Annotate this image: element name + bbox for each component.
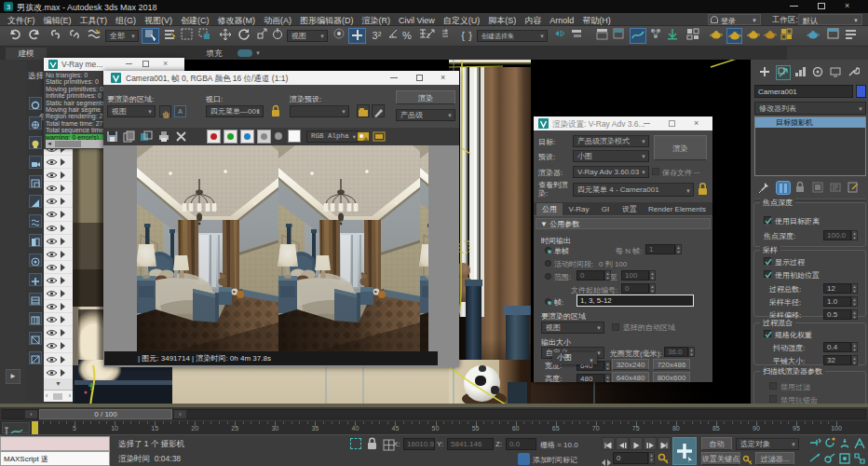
svg-text:3: 3 [7,3,11,11]
svg-text:2: 2 [427,33,430,39]
